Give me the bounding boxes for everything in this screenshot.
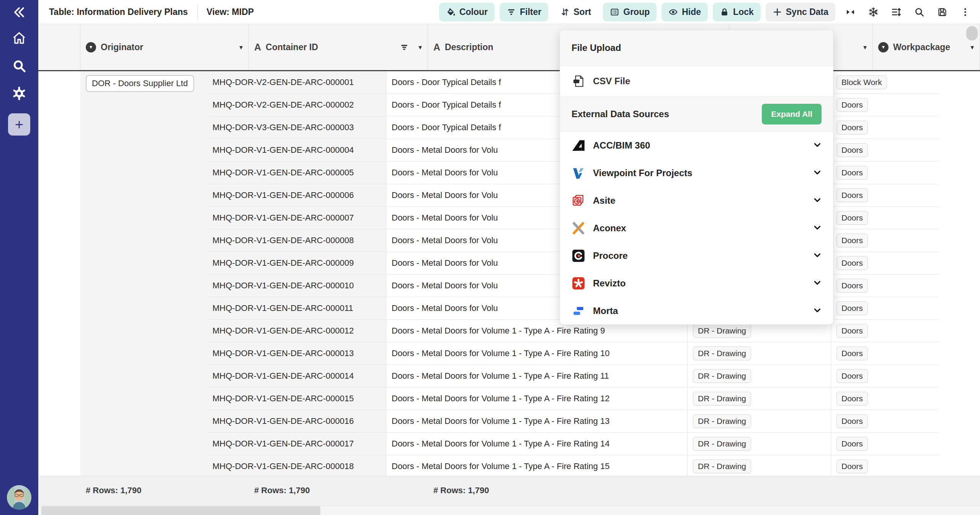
container-id-cell[interactable]: MHQ-DOR-V1-GEN-DE-ARC-000015 [207, 387, 386, 410]
document-type-cell[interactable]: DR - Drawing [688, 410, 831, 433]
workpackage-cell[interactable]: Doors [831, 139, 938, 162]
source-item-aconex[interactable]: Aconex [560, 214, 833, 242]
workpackage-cell[interactable]: Doors [831, 184, 938, 207]
container-id-cell[interactable]: MHQ-DOR-V1-GEN-DE-ARC-000014 [207, 365, 386, 387]
description-cell[interactable]: Doors - Metal Doors for Volume 1 - Type … [386, 365, 688, 387]
chevron-down-icon[interactable] [812, 305, 822, 317]
workpackage-header-menu-icon[interactable]: ▼ [969, 44, 975, 51]
search-sidebar-icon[interactable] [0, 52, 38, 80]
chevron-down-icon[interactable] [812, 195, 822, 206]
description-cell[interactable]: Doors - Metal Doors for Volume 1 - Type … [386, 342, 688, 365]
container-id-cell[interactable]: MHQ-DOR-V2-GEN-DE-ARC-000002 [207, 94, 386, 116]
container-id-header-menu-icon[interactable]: ▼ [417, 44, 423, 51]
sync-data-button[interactable]: Sync Data [766, 3, 835, 21]
column-header-originator[interactable]: ▼ Originator ▼ [80, 24, 249, 70]
description-cell[interactable]: Doors - Metal Doors for Volume 1 - Type … [386, 410, 688, 433]
collapse-sidebar-icon[interactable] [0, 0, 38, 25]
chevron-down-icon[interactable] [812, 167, 822, 179]
container-id-cell[interactable]: MHQ-DOR-V1-GEN-DE-ARC-000009 [207, 252, 386, 275]
source-item-asite[interactable]: Asite [560, 187, 833, 214]
source-item-acc-bim360[interactable]: ACC/BIM 360 [560, 132, 833, 159]
source-item-viewpoint[interactable]: Viewpoint For Projects [560, 159, 833, 187]
workpackage-cell[interactable]: Doors [831, 229, 938, 252]
workpackage-cell[interactable]: Doors [831, 433, 938, 455]
sort-button[interactable]: Sort [553, 3, 598, 21]
container-id-cell[interactable]: MHQ-DOR-V1-GEN-DE-ARC-000007 [207, 207, 386, 229]
document-type-cell[interactable]: DR - Drawing [688, 342, 831, 365]
hide-button[interactable]: Hide [662, 3, 708, 21]
workpackage-cell[interactable]: Doors [831, 410, 938, 433]
container-id-cell[interactable]: MHQ-DOR-V1-GEN-DE-ARC-000004 [207, 139, 386, 162]
workpackage-cell[interactable]: Doors [831, 387, 938, 410]
document-type-cell[interactable]: DR - Drawing [688, 387, 831, 410]
freeze-snowflake-icon[interactable] [864, 3, 882, 21]
workpackage-cell[interactable]: Doors [831, 252, 938, 275]
search-table-icon[interactable] [910, 3, 928, 21]
container-id-cell[interactable]: MHQ-DOR-V1-GEN-DE-ARC-000018 [207, 455, 386, 476]
column-filter-active-icon[interactable] [400, 43, 409, 52]
external-data-sources-title: External Data Sources [572, 109, 669, 119]
originator-header-menu-icon[interactable]: ▼ [238, 44, 244, 51]
container-id-cell[interactable]: MHQ-DOR-V1-GEN-DE-ARC-000016 [207, 410, 386, 433]
container-id-cell[interactable]: MHQ-DOR-V1-GEN-DE-ARC-000010 [207, 275, 386, 297]
csv-file-item[interactable]: CSV CSV File [560, 66, 833, 96]
column-header-workpackage[interactable]: ▼ Workpackage ▼ [873, 24, 980, 70]
workpackage-cell[interactable]: Doors [831, 365, 938, 387]
container-id-cell[interactable]: MHQ-DOR-V1-GEN-DE-ARC-000011 [207, 297, 386, 320]
type-header-menu-icon[interactable]: ▼ [862, 44, 868, 51]
document-type-cell[interactable]: DR - Drawing [688, 433, 831, 455]
column-header-container-id[interactable]: A Container ID ▼ [249, 24, 428, 70]
horizontal-scrollbar-thumb[interactable] [41, 506, 320, 515]
document-type-cell[interactable]: DR - Drawing [688, 455, 831, 476]
more-options-kebab-icon[interactable] [956, 3, 974, 21]
container-id-cell[interactable]: MHQ-DOR-V1-GEN-DE-ARC-000008 [207, 229, 386, 252]
workpackage-cell[interactable]: Doors [831, 162, 938, 184]
workpackage-cell[interactable]: Doors [831, 342, 938, 365]
chevron-down-icon[interactable] [812, 278, 822, 289]
description-value: Doors - Metal Doors for Volume 1 - Type … [392, 371, 609, 381]
workpackage-cell[interactable]: Block Work [831, 71, 938, 94]
workpackage-cell[interactable]: Doors [831, 94, 938, 116]
expand-all-button[interactable]: Expand All [762, 104, 822, 124]
procore-logo-icon [572, 249, 585, 263]
lock-button[interactable]: Lock [713, 3, 761, 21]
workpackage-cell[interactable]: Doors [831, 297, 938, 320]
colour-button[interactable]: Colour [439, 3, 495, 21]
settings-gear-icon[interactable] [0, 80, 38, 107]
document-type-cell[interactable]: DR - Drawing [688, 365, 831, 387]
container-id-cell[interactable]: MHQ-DOR-V1-GEN-DE-ARC-000006 [207, 184, 386, 207]
plus-icon [773, 7, 782, 17]
source-item-morta[interactable]: Morta [560, 297, 833, 325]
row-height-icon[interactable] [887, 3, 905, 21]
container-id-cell[interactable]: MHQ-DOR-V1-GEN-DE-ARC-000017 [207, 433, 386, 455]
vertical-scrollbar-thumb[interactable] [966, 26, 978, 41]
description-cell[interactable]: Doors - Metal Doors for Volume 1 - Type … [386, 387, 688, 410]
workpackage-cell[interactable]: Doors [831, 455, 938, 476]
workpackage-cell[interactable]: Doors [831, 275, 938, 297]
filter-button[interactable]: Filter [500, 3, 548, 21]
container-id-cell[interactable]: MHQ-DOR-V3-GEN-DE-ARC-000003 [207, 116, 386, 139]
workpackage-cell[interactable]: Doors [831, 320, 938, 342]
description-cell[interactable]: Doors - Metal Doors for Volume 1 - Type … [386, 455, 688, 476]
rows-count-description: # Rows: 1,790 [433, 486, 489, 495]
chevron-down-icon[interactable] [812, 250, 822, 262]
save-icon[interactable] [933, 3, 951, 21]
horizontal-scrollbar[interactable] [38, 505, 980, 515]
description-cell[interactable]: Doors - Metal Doors for Volume 1 - Type … [386, 433, 688, 455]
group-button[interactable]: Group [603, 3, 657, 21]
workpackage-cell[interactable]: Doors [831, 116, 938, 139]
container-id-cell[interactable]: MHQ-DOR-V2-GEN-DE-ARC-000001 [207, 71, 386, 94]
chevron-down-icon[interactable] [812, 140, 822, 151]
column-width-icon[interactable] [841, 3, 859, 21]
source-item-procore[interactable]: Procore [560, 242, 833, 270]
chevron-down-icon[interactable] [812, 222, 822, 234]
filter-button-label: Filter [520, 7, 541, 17]
workpackage-cell[interactable]: Doors [831, 207, 938, 229]
container-id-cell[interactable]: MHQ-DOR-V1-GEN-DE-ARC-000012 [207, 320, 386, 342]
user-avatar[interactable] [7, 485, 31, 510]
source-item-revizto[interactable]: Revizto [560, 270, 833, 297]
add-table-button[interactable]: + [8, 113, 30, 136]
home-icon[interactable] [0, 25, 38, 52]
container-id-cell[interactable]: MHQ-DOR-V1-GEN-DE-ARC-000005 [207, 162, 386, 184]
container-id-cell[interactable]: MHQ-DOR-V1-GEN-DE-ARC-000013 [207, 342, 386, 365]
